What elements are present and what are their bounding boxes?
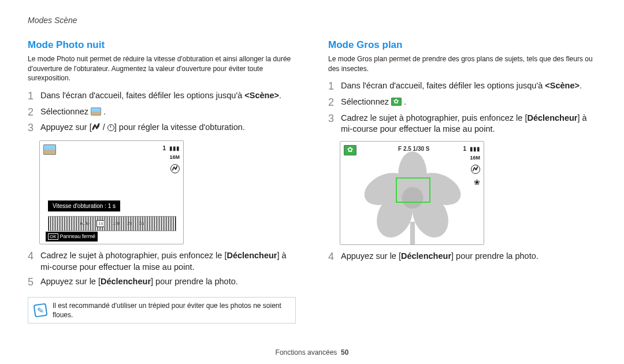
note-text: Il est recommandé d'utiliser un trépied … [53, 301, 289, 320]
step-number: 1 [28, 90, 38, 103]
title-closeup: Mode Gros plan [328, 39, 596, 52]
night-step-3: 3 Appuyez sur [🗲 / ] pour régler la vite… [28, 122, 296, 135]
intro-closeup: Le mode Gros plan permet de prendre des … [328, 54, 596, 74]
flash-icon: 🗲 [92, 122, 101, 132]
svg-rect-6 [410, 221, 415, 244]
macro-icon: ❀ [474, 177, 480, 188]
mode-flower-icon [344, 145, 356, 155]
image-size: 16M [169, 154, 180, 161]
frame-count: 1 [463, 145, 466, 153]
timer-icon [107, 124, 114, 131]
shutter-ruler: Auto 1s 1.5s 2s 3s [48, 216, 176, 231]
battery-icon: ▮▮▮ [169, 144, 180, 153]
intro-night: Le mode Photo nuit permet de réduire la … [28, 54, 296, 83]
close-step-1: 1 Dans l'écran d'accueil, faites défiler… [328, 80, 596, 93]
night-step-1: 1 Dans l'écran d'accueil, faites défiler… [28, 90, 296, 103]
shutter-label: Vitesse d'obturation : 1 s [48, 200, 120, 212]
mode-mountain-icon [43, 144, 56, 155]
col-closeup: Mode Gros plan Le mode Gros plan permet … [328, 39, 596, 324]
col-night: Mode Photo nuit Le mode Photo nuit perme… [28, 39, 296, 324]
close-step-4: 4 Appuyez sur le [Déclencheur] pour pren… [328, 251, 596, 263]
close-step-3: 3 Cadrez le sujet à photographier, puis … [328, 113, 596, 135]
flash-indicator-icon: 🗲 [471, 165, 480, 174]
footer: Fonctions avancées 50 [0, 348, 624, 357]
frame-count: 1 [162, 144, 166, 153]
preview-night: 1 ▮▮▮ 16M 🗲 Vitesse d'obturation : 1 s A… [39, 140, 184, 244]
preview-closeup: F 2.5 1/30 S 1 ▮▮▮ 16M 🗲 ❀ [340, 141, 484, 245]
breadcrumb: Modes Scène [28, 15, 596, 26]
note: ✎ Il est recommandé d'utiliser un trépie… [28, 297, 296, 324]
note-icon: ✎ [34, 303, 48, 317]
fstop-label: F 2.5 1/30 S [398, 145, 429, 153]
focus-box [396, 177, 430, 203]
panel-close-label: OKPanneau fermé [46, 232, 98, 242]
mountain-icon [91, 107, 101, 116]
image-size: 16M [470, 154, 480, 161]
columns: Mode Photo nuit Le mode Photo nuit perme… [28, 39, 596, 324]
flash-indicator-icon: 🗲 [170, 164, 180, 173]
night-step-4: 4 Cadrez le sujet à photographier, puis … [28, 250, 296, 273]
flower-icon [391, 98, 402, 106]
battery-icon: ▮▮▮ [470, 145, 480, 153]
night-step-2: 2 Sélectionnez . [28, 106, 296, 119]
close-step-2: 2 Sélectionnez . [328, 96, 596, 109]
title-night: Mode Photo nuit [28, 39, 296, 52]
night-step-5: 5 Appuyez sur le [Déclencheur] pour pren… [28, 276, 296, 289]
